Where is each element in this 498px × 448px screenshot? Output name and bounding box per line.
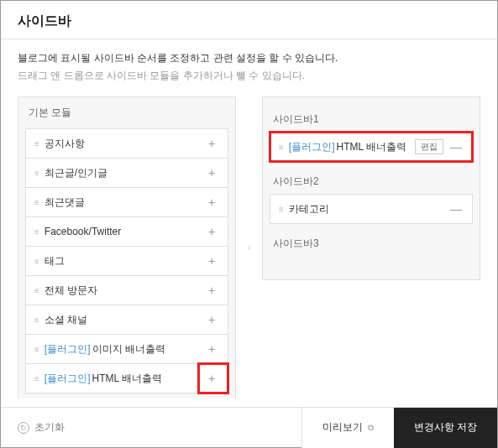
module-item[interactable]: ≡[플러그인] HTML 배너출력+ — [25, 363, 228, 393]
sidebar1-item[interactable]: ≡ [플러그인] HTML 배너출력 편집 — — [270, 132, 473, 162]
drag-handle-icon[interactable]: ≡ — [279, 143, 282, 152]
basic-modules-header: 기본 모듈 — [18, 97, 235, 128]
remove-button[interactable]: — — [448, 201, 464, 216]
save-button[interactable]: 변경사항 저장 — [394, 408, 497, 448]
module-label: 전체 방문자 — [45, 284, 204, 298]
module-label: 최근댓글 — [45, 195, 204, 210]
divider-arrow-icon: › — [246, 96, 252, 399]
modal-description: 블로그에 표시될 사이드바 순서를 조정하고 관련 설정을 할 수 있습니다. … — [1, 39, 497, 96]
modal-footer: ↻ 초기화 미리보기 ⧉ 변경사항 저장 — [1, 407, 497, 447]
module-item[interactable]: ≡ 공지사항+ — [25, 128, 228, 159]
plugin-tag: [플러그인] — [45, 372, 91, 386]
add-button[interactable]: + — [204, 312, 219, 327]
module-label: 태그 — [45, 254, 204, 268]
sidebar3-label: 사이드바3 — [270, 228, 473, 256]
drag-handle-icon[interactable]: ≡ — [34, 257, 38, 266]
module-item[interactable]: ≡ 최근글/인기글+ — [25, 158, 228, 188]
sidebar1-section: 사이드바1 ≡ [플러그인] HTML 배너출력 편집 — — [270, 104, 473, 162]
drag-handle-icon[interactable]: ≡ — [34, 374, 38, 383]
reset-button[interactable]: ↻ 초기화 — [18, 420, 65, 435]
drag-handle-icon[interactable]: ≡ — [279, 205, 282, 214]
basic-modules-list: ≡ 공지사항+≡ 최근글/인기글+≡ 최근댓글+≡ Facebook/Twitt… — [18, 128, 235, 399]
reset-icon: ↻ — [18, 422, 29, 434]
module-label: HTML 배너출력 — [337, 140, 415, 154]
external-link-icon: ⧉ — [368, 423, 374, 433]
drag-handle-icon[interactable]: ≡ — [34, 286, 38, 295]
module-label: 카테고리 — [289, 202, 448, 216]
modal-title: 사이드바 — [18, 13, 480, 30]
drag-handle-icon[interactable]: ≡ — [34, 227, 38, 237]
module-item[interactable]: ≡ 소셜 채널+ — [25, 305, 228, 335]
sidebar2-section: 사이드바2 ≡ 카테고리 — — [270, 166, 473, 224]
add-button[interactable]: + — [204, 341, 219, 357]
edit-button[interactable]: 편집 — [415, 139, 443, 154]
module-item[interactable]: ≡ 태그+ — [25, 246, 228, 276]
module-label: 최근글/인기글 — [45, 166, 204, 180]
plugin-tag: [플러그인] — [289, 140, 335, 154]
remove-button[interactable]: — — [448, 139, 464, 154]
sidebar1-label: 사이드바1 — [270, 104, 473, 132]
modal-body: 기본 모듈 ≡ 공지사항+≡ 최근글/인기글+≡ 최근댓글+≡ Facebook… — [1, 96, 497, 407]
reset-label: 초기화 — [34, 420, 65, 435]
add-button[interactable]: + — [204, 224, 219, 239]
module-label: Facebook/Twitter — [45, 226, 204, 237]
drag-handle-icon[interactable]: ≡ — [34, 315, 38, 325]
desc-line-2: 드래그 앤 드롭으로 사이드바 모듈을 추가하거나 뺄 수 있습니다. — [18, 69, 480, 83]
modal-header: 사이드바 — [1, 1, 497, 39]
add-button[interactable]: + — [204, 136, 219, 151]
plugin-tag: [플러그인] — [45, 342, 91, 357]
drag-handle-icon[interactable]: ≡ — [34, 169, 38, 178]
drag-handle-icon[interactable]: ≡ — [34, 345, 38, 354]
module-item[interactable]: ≡ 최근댓글+ — [25, 187, 228, 217]
sidebar-modal: 사이드바 블로그에 표시될 사이드바 순서를 조정하고 관련 설정을 할 수 있… — [0, 0, 498, 448]
preview-button[interactable]: 미리보기 ⧉ — [301, 408, 394, 448]
add-button[interactable]: + — [204, 253, 219, 268]
module-label: 공지사항 — [45, 137, 204, 151]
save-label: 변경사항 저장 — [414, 420, 477, 435]
sidebar2-item[interactable]: ≡ 카테고리 — — [270, 194, 473, 224]
add-button[interactable]: + — [204, 195, 219, 210]
sidebar3-empty[interactable] — [270, 256, 473, 273]
module-item[interactable]: ≡ Facebook/Twitter+ — [25, 216, 228, 247]
add-button[interactable]: + — [204, 165, 219, 180]
sidebar-drop-panel: 사이드바1 ≡ [플러그인] HTML 배너출력 편집 — 사이드바2 ≡ 카테… — [262, 96, 480, 280]
basic-modules-panel: 기본 모듈 ≡ 공지사항+≡ 최근글/인기글+≡ 최근댓글+≡ Facebook… — [18, 96, 236, 399]
left-column: 기본 모듈 ≡ 공지사항+≡ 최근글/인기글+≡ 최근댓글+≡ Facebook… — [18, 96, 236, 399]
add-button[interactable]: + — [204, 371, 219, 386]
desc-line-1: 블로그에 표시될 사이드바 순서를 조정하고 관련 설정을 할 수 있습니다. — [18, 51, 480, 65]
module-item[interactable]: ≡[플러그인] 이미지 배너출력+ — [25, 334, 228, 364]
module-label: HTML 배너출력 — [92, 372, 204, 386]
module-label: 소셜 채널 — [45, 313, 204, 327]
drag-handle-icon[interactable]: ≡ — [34, 198, 38, 207]
module-label: 이미지 배너출력 — [92, 342, 204, 357]
drag-handle-icon[interactable]: ≡ — [34, 139, 38, 148]
add-button[interactable]: + — [204, 283, 219, 298]
sidebar2-label: 사이드바2 — [270, 166, 473, 194]
preview-label: 미리보기 — [322, 420, 363, 435]
right-column: 사이드바1 ≡ [플러그인] HTML 배너출력 편집 — 사이드바2 ≡ 카테… — [262, 96, 480, 399]
sidebar3-section: 사이드바3 — [270, 228, 473, 273]
module-item[interactable]: ≡ 전체 방문자+ — [25, 275, 228, 305]
